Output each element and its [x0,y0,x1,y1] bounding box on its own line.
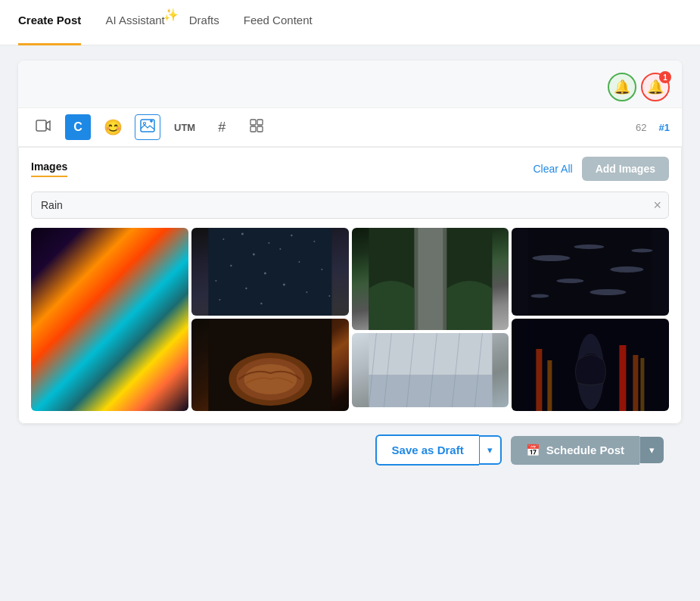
utm-toolbar-btn[interactable]: UTM [170,119,200,136]
svg-rect-5 [250,126,256,132]
svg-rect-32 [418,228,443,330]
ai-sparkle-icon: ✨ [163,8,179,22]
images-panel-header: Images Clear All Add Images [19,148,681,187]
svg-point-8 [222,238,224,240]
editor-toolbar: C 😊 UTM # [18,107,682,147]
image-item-7[interactable] [512,319,669,411]
save-draft-button[interactable]: Save as Draft [375,434,479,466]
hash-count: #1 [659,122,670,133]
svg-point-12 [313,241,315,242]
svg-point-42 [533,255,571,261]
char-count: 62 [636,122,646,133]
top-navigation: Create Post AI Assistant ✨ Drafts Feed C… [0,0,700,45]
nav-feed-content[interactable]: Feed Content [244,0,313,45]
bottom-actions: Save as Draft ▾ 📅 Schedule Post ▾ [18,424,682,476]
svg-rect-3 [250,120,256,125]
svg-point-18 [321,269,322,270]
nav-create-post[interactable]: Create Post [18,0,81,45]
hashtag-toolbar-btn[interactable]: # [209,114,235,140]
svg-rect-52 [620,345,627,411]
image-column-1 [31,228,188,411]
svg-point-19 [215,280,216,282]
avatar-green[interactable]: 🔔 [608,73,636,101]
image-column-3 [352,228,509,411]
nav-drafts-label: Drafts [189,14,219,26]
svg-point-16 [298,261,300,263]
schedule-chevron-icon: ▾ [649,444,655,456]
main-content: 🔔 🔔 1 C 😊 [0,45,700,491]
avatar-red[interactable]: 🔔 1 [641,73,670,101]
images-actions: Clear All Add Images [534,157,670,181]
green-avatar-icon: 🔔 [614,79,630,95]
nav-drafts[interactable]: Drafts [189,0,219,45]
profile-area: 🔔 🔔 1 [18,61,682,107]
svg-point-48 [632,249,653,253]
image-item-1[interactable] [31,228,188,411]
image-item-5[interactable] [352,333,509,407]
svg-rect-51 [548,360,552,411]
svg-point-21 [283,284,285,286]
grid-icon [249,118,264,137]
svg-point-13 [253,254,255,256]
svg-rect-53 [633,355,639,411]
svg-rect-6 [257,126,263,132]
search-input-wrap: × [31,192,669,219]
image-upload-icon [140,118,155,137]
schedule-post-button[interactable]: 📅 Schedule Post [511,436,639,465]
svg-rect-0 [36,120,46,131]
nav-create-post-label: Create Post [18,14,81,26]
svg-point-46 [590,289,627,295]
svg-point-47 [531,294,549,298]
svg-point-25 [328,295,330,297]
search-clear-icon[interactable]: × [653,198,661,212]
emoji-toolbar-btn[interactable]: 😊 [100,114,126,140]
svg-point-20 [245,288,247,289]
nav-ai-assistant[interactable]: AI Assistant ✨ [105,0,164,45]
editor-card: 🔔 🔔 1 C 😊 [18,61,682,424]
add-images-button[interactable]: Add Images [582,157,669,181]
clear-all-button[interactable]: Clear All [534,163,573,175]
save-draft-chevron-icon: ▾ [487,444,493,456]
svg-rect-54 [641,358,645,411]
svg-rect-4 [257,120,263,125]
grid-toolbar-btn[interactable] [244,114,269,140]
image-grid [19,228,681,423]
video-icon [36,118,51,137]
svg-rect-7 [208,228,331,316]
calendar-icon: 📅 [526,444,540,457]
avatar-badges: 🔔 🔔 1 [608,73,670,101]
image-column-2 [191,228,349,411]
image-toolbar-btn[interactable] [135,114,160,140]
emoji-icon: 😊 [104,118,123,136]
nav-feed-content-label: Feed Content [244,14,313,26]
svg-point-11 [291,235,292,236]
image-item-4[interactable] [352,228,509,330]
svg-point-22 [306,291,307,293]
svg-point-44 [611,266,644,272]
image-item-3[interactable] [191,319,349,411]
svg-point-24 [260,303,262,304]
svg-point-43 [574,244,605,249]
svg-point-23 [219,299,220,300]
nav-ai-assistant-label: AI Assistant [105,14,164,26]
svg-point-2 [144,122,146,124]
image-item-2[interactable] [191,228,349,316]
save-draft-dropdown-button[interactable]: ▾ [479,435,502,465]
svg-rect-40 [369,375,492,407]
image-item-6[interactable] [512,228,669,316]
image-column-4 [512,228,669,411]
svg-point-14 [279,248,281,250]
hashtag-icon: # [218,120,226,135]
notification-badge: 1 [659,71,671,83]
video-toolbar-btn[interactable] [30,114,56,140]
schedule-post-label: Schedule Post [546,444,624,456]
svg-point-15 [230,265,232,266]
image-search-input[interactable] [31,192,669,219]
schedule-post-dropdown-button[interactable]: ▾ [639,437,664,463]
images-panel: Images Clear All Add Images × [18,147,682,424]
images-tab[interactable]: Images [31,160,67,177]
canva-icon: C [73,120,82,134]
search-row: × [19,187,681,228]
svg-point-10 [268,242,269,244]
canva-toolbar-btn[interactable]: C [65,114,91,140]
